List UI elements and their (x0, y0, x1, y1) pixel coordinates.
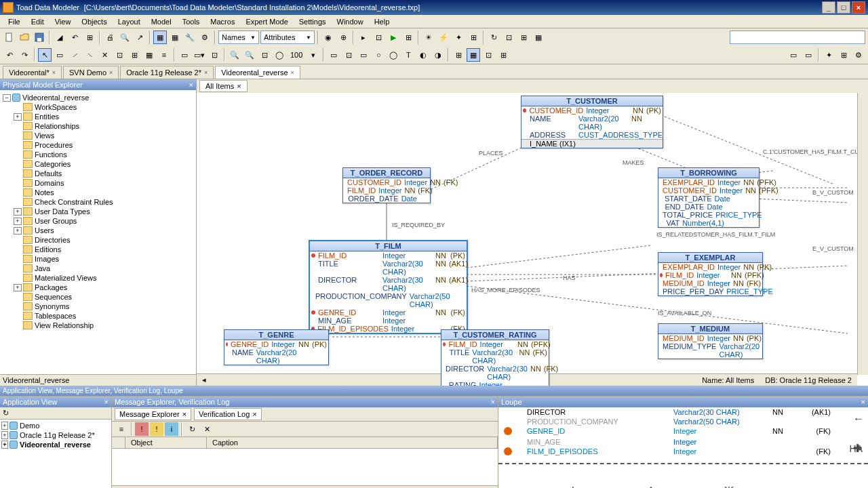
tool-icon[interactable]: ○ (372, 48, 385, 62)
menu-model[interactable]: Model (146, 16, 177, 27)
menu-edit[interactable]: Edit (26, 16, 50, 27)
tool-icon[interactable]: ⊞ (83, 30, 96, 44)
expand-icon[interactable]: + (14, 113, 22, 121)
undo-icon[interactable]: ↶ (3, 48, 16, 62)
entity-rating[interactable]: T_CUSTOMER_RATINGFILM_IDIntegerNN(PFK)TI… (441, 329, 549, 386)
tool-icon[interactable]: ≡ (115, 422, 128, 436)
maximize-button[interactable]: □ (837, 1, 850, 14)
tool-icon[interactable]: ✦ (822, 48, 835, 62)
menu-objects[interactable]: Objects (76, 16, 112, 27)
close-icon[interactable]: × (204, 69, 208, 76)
entity-exemplar[interactable]: T_EXEMPLAREXEMPLAR_IDIntegerNN(PK)FILM_I… (658, 252, 763, 296)
tool-icon[interactable]: ◐ (416, 48, 430, 62)
menu-layout[interactable]: Layout (113, 16, 146, 27)
tool-icon[interactable]: ⊡ (208, 48, 221, 62)
tool-icon[interactable]: ✦ (452, 30, 465, 44)
tool-icon[interactable]: ⊞ (517, 30, 530, 44)
tree-node[interactable]: +User Groups (14, 216, 193, 226)
tool-icon[interactable]: ⊞ (127, 48, 141, 62)
doc-tab[interactable]: Videorental*× (3, 66, 62, 79)
tree-node[interactable]: WorkSpaces (14, 102, 193, 112)
tool-icon[interactable]: ⊡ (502, 30, 515, 44)
tree-root[interactable]: − Videorental_reverse (3, 93, 193, 102)
close-icon[interactable]: × (861, 398, 865, 406)
tool-icon[interactable]: ◢ (53, 30, 66, 44)
new-icon[interactable] (3, 30, 16, 44)
tool-icon[interactable]: ▦ (532, 30, 545, 44)
menu-help[interactable]: Help (369, 16, 395, 27)
tool-icon[interactable]: ▭ (178, 48, 191, 62)
tab-message-explorer[interactable]: Message Explorer× (115, 408, 191, 420)
tool-icon[interactable]: ▭ (327, 48, 340, 62)
print-icon[interactable]: 🖨 (103, 30, 117, 44)
tree-node[interactable]: Notes (14, 188, 193, 197)
explorer-tree[interactable]: − Videorental_reverse WorkSpaces+Entitie… (0, 90, 196, 374)
diagram-canvas[interactable]: PLACES MAKES IS_REQUIRED_BY C.1'CUSTOMER… (197, 93, 868, 386)
tree-node[interactable]: Sequences (14, 292, 193, 302)
zoom-out-icon[interactable]: 🔍 (243, 48, 256, 62)
entity-film[interactable]: T_FILMFILM_IDIntegerNN(PK)TITLEVarchar2(… (309, 240, 468, 334)
hint-filter-icon[interactable]: i (165, 422, 178, 436)
tree-node[interactable]: +Packages (14, 283, 193, 292)
tree-node[interactable]: Images (14, 254, 193, 264)
relation-icon[interactable]: ⟋ (68, 48, 81, 62)
entity-customer[interactable]: T_CUSTOMERCUSTOMER_IDIntegerNN(PK)NAMEVa… (521, 96, 663, 148)
tree-node[interactable]: Tablespaces (14, 311, 193, 321)
tool-icon[interactable]: ▾ (307, 48, 320, 62)
tool-icon[interactable]: ⊡ (113, 48, 126, 62)
tool-icon[interactable]: ⊞ (467, 30, 480, 44)
tree-node[interactable]: Materialized Views (14, 273, 193, 283)
display-names-combo[interactable]: Names▼ (218, 30, 259, 44)
preview-icon[interactable]: 🔍 (118, 30, 132, 44)
expand-icon[interactable]: + (14, 218, 22, 225)
tool-icon[interactable]: 🔧 (183, 30, 197, 44)
menu-view[interactable]: View (50, 16, 77, 27)
tree-node[interactable]: Domains (14, 178, 193, 188)
close-icon[interactable]: × (189, 81, 193, 89)
expand-icon[interactable]: + (14, 284, 22, 291)
menu-window[interactable]: Window (332, 16, 369, 27)
warning-filter-icon[interactable]: ! (150, 422, 163, 436)
refresh-icon[interactable]: ↻ (3, 409, 9, 417)
entity-order[interactable]: T_ORDER_RECORDCUSTOMER_IDIntegerNN(FK)FI… (342, 167, 431, 203)
collapse-icon[interactable]: − (3, 94, 11, 102)
tree-node[interactable]: Editions (14, 245, 193, 254)
doc-tab[interactable]: SVN Demo× (63, 66, 119, 79)
tool-icon[interactable]: ▭ (787, 48, 800, 62)
open-icon[interactable] (18, 30, 31, 44)
close-icon[interactable]: × (104, 398, 108, 406)
tool-icon[interactable]: ⊞ (837, 48, 850, 62)
export-icon[interactable]: ↗ (133, 30, 146, 44)
close-button[interactable]: × (852, 1, 865, 14)
tool-icon[interactable]: ◑ (431, 48, 445, 62)
search-input[interactable] (730, 30, 865, 44)
tool-icon[interactable]: ⊞ (401, 30, 415, 44)
tree-node[interactable]: Views (14, 131, 193, 140)
tool-icon[interactable]: ▦ (467, 48, 480, 62)
tree-node[interactable]: View Relationship (14, 321, 193, 330)
tree-node[interactable]: +Users (14, 226, 193, 235)
expand-icon[interactable]: + (14, 208, 22, 216)
text-icon[interactable]: T (401, 48, 415, 62)
relation-icon[interactable]: ⟍ (83, 48, 96, 62)
grid-icon[interactable]: ▦ (153, 30, 167, 44)
tree-node[interactable]: Directories (14, 235, 193, 245)
tool-icon[interactable]: ⚙ (852, 48, 865, 62)
tool-icon[interactable]: ⊡ (342, 48, 355, 62)
error-filter-icon[interactable]: ! (135, 422, 149, 436)
play-icon[interactable]: ▶ (387, 30, 400, 44)
tool-icon[interactable]: ▦ (142, 48, 156, 62)
entity-medium[interactable]: T_MEDIUMMEDIUM_IDIntegerNN(PK)MEDIUM_TYP… (658, 323, 763, 359)
entity-genre[interactable]: T_GENREGENRE_IDIntegerNN(PK)NAMEVarchar2… (224, 329, 329, 365)
display-attrs-combo[interactable]: Attributes▼ (260, 30, 315, 44)
menu-tools[interactable]: Tools (177, 16, 205, 27)
scrollbar-vertical[interactable] (857, 93, 868, 375)
close-icon[interactable]: × (491, 398, 495, 406)
menu-macros[interactable]: Macros (205, 16, 240, 27)
tree-node[interactable]: Functions (14, 150, 193, 159)
tool-icon[interactable]: ◯ (387, 48, 400, 62)
tool-icon[interactable]: ↶ (68, 30, 81, 44)
entity-icon[interactable]: ▭ (53, 48, 66, 62)
expand-icon[interactable]: + (14, 227, 22, 235)
tool-icon[interactable]: ↻ (487, 30, 500, 44)
